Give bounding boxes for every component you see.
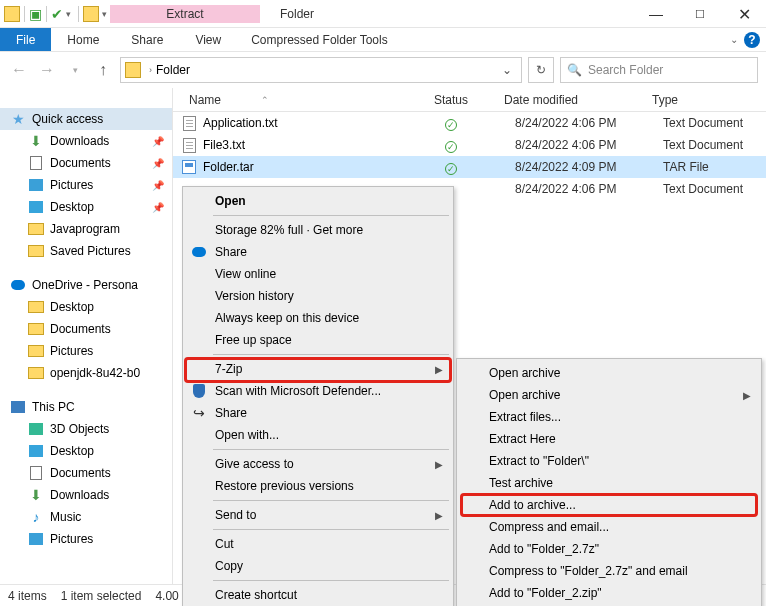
- file-tab[interactable]: File: [0, 28, 51, 51]
- submenu-extract-to[interactable]: Extract to "Folder\": [459, 450, 759, 472]
- folder-icon[interactable]: [83, 6, 99, 22]
- file-row[interactable]: File3.txt✓8/24/2022 4:06 PMText Document: [173, 134, 766, 156]
- sidebar-item-openjdk[interactable]: openjdk-8u42-b0: [0, 362, 172, 384]
- sidebar-item-label: openjdk-8u42-b0: [50, 366, 140, 380]
- chevron-down-icon[interactable]: ▾: [102, 9, 107, 19]
- sidebar-item-label: OneDrive - Persona: [32, 278, 138, 292]
- sidebar-item-downloads[interactable]: ⬇Downloads📌: [0, 130, 172, 152]
- menu-share-onedrive[interactable]: Share: [185, 241, 451, 263]
- minimize-button[interactable]: —: [634, 0, 678, 28]
- column-type[interactable]: Type: [644, 93, 766, 107]
- sidebar-item-saved-pictures[interactable]: Saved Pictures: [0, 240, 172, 262]
- column-name[interactable]: Name⌃: [181, 93, 426, 107]
- menu-share[interactable]: ↪Share: [185, 402, 451, 424]
- menu-create-shortcut[interactable]: Create shortcut: [185, 584, 451, 606]
- tab-share[interactable]: Share: [115, 29, 179, 51]
- sidebar-item-desktop[interactable]: Desktop📌: [0, 196, 172, 218]
- column-date[interactable]: Date modified: [496, 93, 644, 107]
- qat-check-icon[interactable]: ✔: [51, 6, 63, 22]
- ribbon-collapse-icon[interactable]: ⌄: [730, 34, 738, 45]
- ribbon-tabs: File Home Share View Compressed Folder T…: [0, 28, 766, 52]
- sidebar-item-pictures[interactable]: Pictures📌: [0, 174, 172, 196]
- sidebar-item-javaprogram[interactable]: Javaprogram: [0, 218, 172, 240]
- sidebar-item-pc-desktop[interactable]: Desktop: [0, 440, 172, 462]
- sidebar-this-pc[interactable]: This PC: [0, 396, 172, 418]
- submenu-open-archive[interactable]: Open archive: [459, 362, 759, 384]
- pin-icon: 📌: [152, 202, 164, 213]
- folder-icon[interactable]: [4, 6, 20, 22]
- refresh-button[interactable]: ↻: [528, 57, 554, 83]
- folder-icon: [28, 221, 44, 237]
- menu-send-to[interactable]: Send to▶: [185, 504, 451, 526]
- file-date: 8/24/2022 4:06 PM: [515, 138, 663, 152]
- menu-restore-versions[interactable]: Restore previous versions: [185, 475, 451, 497]
- tab-view[interactable]: View: [179, 29, 237, 51]
- back-button[interactable]: ←: [8, 59, 30, 81]
- submenu-compress-7z-email[interactable]: Compress to "Folder_2.7z" and email: [459, 560, 759, 582]
- tab-compressed-tools[interactable]: Compressed Folder Tools: [237, 29, 402, 51]
- menu-7zip[interactable]: 7-Zip▶: [185, 358, 451, 380]
- menu-view-online[interactable]: View online: [185, 263, 451, 285]
- submenu-test-archive[interactable]: Test archive: [459, 472, 759, 494]
- submenu-arrow-icon: ▶: [743, 390, 751, 401]
- file-row[interactable]: Application.txt✓8/24/2022 4:06 PMText Do…: [173, 112, 766, 134]
- tab-home[interactable]: Home: [51, 29, 115, 51]
- sidebar-item-od-pictures[interactable]: Pictures: [0, 340, 172, 362]
- menu-free-up-space[interactable]: Free up space: [185, 329, 451, 351]
- sidebar-item-pc-documents[interactable]: Documents: [0, 462, 172, 484]
- breadcrumb[interactable]: Folder: [156, 63, 190, 77]
- sort-indicator-icon: ⌃: [261, 95, 269, 105]
- sidebar-item-od-documents[interactable]: Documents: [0, 318, 172, 340]
- qat-properties-icon[interactable]: ▣: [29, 6, 42, 22]
- submenu-add-zip[interactable]: Add to "Folder_2.zip": [459, 582, 759, 604]
- menu-copy[interactable]: Copy: [185, 555, 451, 577]
- column-status[interactable]: Status: [426, 93, 496, 107]
- up-button[interactable]: ↑: [92, 59, 114, 81]
- submenu-add-to-archive[interactable]: Add to archive...: [459, 494, 759, 516]
- menu-cut[interactable]: Cut: [185, 533, 451, 555]
- sidebar-item-documents[interactable]: Documents📌: [0, 152, 172, 174]
- file-type: Text Document: [663, 182, 743, 196]
- sidebar-item-od-desktop[interactable]: Desktop: [0, 296, 172, 318]
- submenu-add-7z[interactable]: Add to "Folder_2.7z": [459, 538, 759, 560]
- submenu-compress-email[interactable]: Compress and email...: [459, 516, 759, 538]
- menu-give-access[interactable]: Give access to▶: [185, 453, 451, 475]
- menu-storage[interactable]: Storage 82% full · Get more: [185, 219, 451, 241]
- submenu-extract-files[interactable]: Extract files...: [459, 406, 759, 428]
- maximize-button[interactable]: ☐: [678, 0, 722, 28]
- text-file-icon: [181, 115, 197, 131]
- status-selected-count: 1 item selected: [61, 589, 142, 603]
- share-icon: ↪: [191, 405, 207, 421]
- sidebar-item-label: Music: [50, 510, 81, 524]
- recent-dropdown-icon[interactable]: ▾: [64, 59, 86, 81]
- sidebar-quick-access[interactable]: ★ Quick access: [0, 108, 172, 130]
- sidebar-item-3d-objects[interactable]: 3D Objects: [0, 418, 172, 440]
- file-row[interactable]: Folder.tar✓8/24/2022 4:09 PMTAR File: [173, 156, 766, 178]
- menu-version-history[interactable]: Version history: [185, 285, 451, 307]
- qat-dropdown-icon[interactable]: ▾: [66, 9, 71, 19]
- chevron-right-icon[interactable]: ›: [149, 65, 152, 75]
- search-input[interactable]: 🔍 Search Folder: [560, 57, 758, 83]
- column-headers[interactable]: Name⌃ Status Date modified Type: [173, 88, 766, 112]
- pictures-icon: [28, 531, 44, 547]
- address-bar[interactable]: › Folder ⌄: [120, 57, 522, 83]
- help-button[interactable]: ?: [744, 32, 760, 48]
- submenu-extract-here[interactable]: Extract Here: [459, 428, 759, 450]
- submenu-arrow-icon: ▶: [435, 364, 443, 375]
- submenu-open-archive-sub[interactable]: Open archive▶: [459, 384, 759, 406]
- shield-icon: [191, 383, 207, 399]
- menu-open-with[interactable]: Open with...: [185, 424, 451, 446]
- menu-always-keep[interactable]: Always keep on this device: [185, 307, 451, 329]
- sidebar-item-pc-downloads[interactable]: ⬇Downloads: [0, 484, 172, 506]
- ribbon-context-label: Extract: [110, 5, 260, 23]
- sidebar-item-pc-pictures[interactable]: Pictures: [0, 528, 172, 550]
- sidebar-item-label: Pictures: [50, 344, 93, 358]
- sidebar-item-label: Downloads: [50, 488, 109, 502]
- menu-open[interactable]: Open: [185, 190, 451, 212]
- forward-button[interactable]: →: [36, 59, 58, 81]
- sidebar-item-pc-music[interactable]: ♪Music: [0, 506, 172, 528]
- address-dropdown-icon[interactable]: ⌄: [497, 63, 517, 77]
- sidebar-onedrive[interactable]: OneDrive - Persona: [0, 274, 172, 296]
- close-button[interactable]: ✕: [722, 0, 766, 28]
- menu-defender[interactable]: Scan with Microsoft Defender...: [185, 380, 451, 402]
